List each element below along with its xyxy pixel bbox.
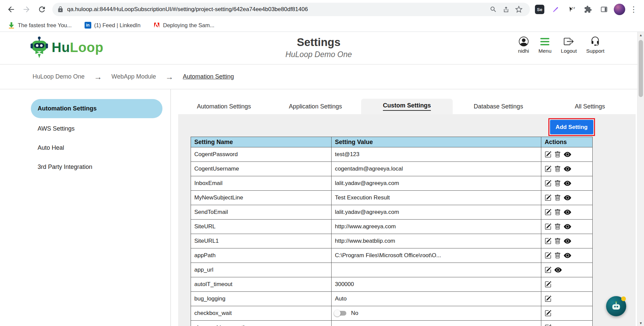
user-label: nidhi <box>518 48 529 54</box>
side-panel-icon[interactable] <box>598 3 610 16</box>
selenium-icon-label: Se <box>535 5 544 14</box>
setting-name-cell: autoIT_timeout <box>191 277 332 292</box>
view-icon[interactable] <box>564 237 571 245</box>
toggle-switch[interactable] <box>335 311 346 316</box>
extension-pen-icon[interactable] <box>549 3 562 16</box>
bookmark-item-adobe[interactable]: Deploying the Sam... <box>153 22 214 29</box>
user-button[interactable]: nidhi <box>518 37 529 54</box>
column-header-actions: Actions <box>541 137 593 147</box>
bookmarks-bar: The fastest free You... in (1) Feed | Li… <box>0 19 644 32</box>
edit-icon[interactable] <box>545 281 551 288</box>
delete-icon[interactable] <box>554 252 561 259</box>
edit-icon[interactable] <box>545 310 551 317</box>
logout-button[interactable]: Logout <box>561 37 577 54</box>
scrollbar-thumb[interactable] <box>639 40 643 97</box>
bookmark-star-icon[interactable] <box>512 3 525 16</box>
table-row: checkbox_waitNo <box>191 306 593 321</box>
tab-label: Custom Settings <box>383 102 431 111</box>
tab-application-settings[interactable]: Application Settings <box>270 99 361 114</box>
settings-sidebar: Automation Settings AWS Settings Auto He… <box>0 89 170 326</box>
tab-database-settings[interactable]: Database Settings <box>453 99 544 114</box>
linkedin-favicon: in <box>85 22 91 29</box>
delete-icon[interactable] <box>554 224 561 230</box>
menu-button[interactable]: Menu <box>539 37 552 54</box>
actions-cell <box>541 321 593 326</box>
delete-icon[interactable] <box>554 180 561 187</box>
edit-icon[interactable] <box>545 151 551 158</box>
table-row: CogentUsernamecogentadm@agreeya.local <box>191 162 593 176</box>
tab-custom-settings[interactable]: Custom Settings <box>361 99 453 114</box>
table-row: SiteURLhttp://www.agreeya.com <box>191 220 593 234</box>
breadcrumb: HuLoop Demo One → WebApp Module → Automa… <box>0 64 644 89</box>
bookmark-item-downloader[interactable]: The fastest free You... <box>8 22 72 29</box>
view-icon[interactable] <box>564 165 571 173</box>
table-header-row: Setting Name Setting Value Actions <box>191 137 593 147</box>
edit-icon[interactable] <box>545 267 551 273</box>
extensions-puzzle-icon[interactable] <box>582 3 594 16</box>
profile-avatar[interactable] <box>614 4 625 15</box>
browser-reload-button[interactable] <box>34 2 50 17</box>
zoom-icon[interactable] <box>487 3 500 16</box>
browser-toolbar: qa.huloop.ai:8444/HuLoopSubscriptionUI/#… <box>0 0 644 19</box>
view-icon[interactable] <box>564 223 571 230</box>
browser-forward-button[interactable] <box>19 2 34 17</box>
view-icon[interactable] <box>554 266 562 274</box>
setting-name-cell: app_url <box>191 263 332 277</box>
custom-settings-panel: Add Setting Setting Name Setting Value A… <box>178 114 636 326</box>
breadcrumb-module: WebApp Module <box>111 73 156 80</box>
delete-icon[interactable] <box>554 195 561 201</box>
view-icon[interactable] <box>564 151 571 158</box>
edit-icon[interactable] <box>545 252 551 259</box>
browser-back-button[interactable] <box>3 2 19 17</box>
setting-value-cell: http://www.agreeya.com <box>332 220 541 234</box>
actions-cell <box>541 234 593 248</box>
sidebar-item-3rd-party-integration[interactable]: 3rd Party Integration <box>31 158 162 176</box>
extension-cursor-icon[interactable]: x,y <box>565 3 578 16</box>
bookmark-item-linkedin[interactable]: in (1) Feed | LinkedIn <box>85 22 141 29</box>
actions-cell <box>541 205 593 220</box>
delete-icon[interactable] <box>554 209 561 216</box>
view-icon[interactable] <box>564 252 571 259</box>
tab-automation-settings[interactable]: Automation Settings <box>178 99 270 114</box>
delete-icon[interactable] <box>554 166 561 172</box>
sidebar-item-auto-heal[interactable]: Auto Heal <box>31 139 162 156</box>
edit-icon[interactable] <box>545 295 551 302</box>
scroll-down-button[interactable]: ▼ <box>638 320 644 326</box>
delete-icon[interactable] <box>554 151 561 158</box>
menu-icon <box>540 37 549 46</box>
edit-icon[interactable] <box>545 324 551 326</box>
setting-value-cell: lalit.yadav@agreeya.com <box>332 176 541 191</box>
share-icon[interactable] <box>500 3 512 16</box>
view-icon[interactable] <box>564 194 571 201</box>
actions-cell <box>541 263 593 277</box>
edit-icon[interactable] <box>545 166 551 172</box>
support-icon <box>590 37 600 46</box>
bookmark-label: (1) Feed | LinkedIn <box>94 22 141 29</box>
view-icon[interactable] <box>564 208 571 216</box>
user-icon <box>519 37 529 46</box>
setting-value-cell: No <box>332 306 541 321</box>
scroll-up-button[interactable]: ▲ <box>638 32 644 38</box>
chat-bot-button[interactable] <box>606 296 626 316</box>
edit-icon[interactable] <box>545 238 551 244</box>
support-button[interactable]: Support <box>586 37 604 54</box>
sidebar-item-aws-settings[interactable]: AWS Settings <box>31 120 162 137</box>
extensions-area: Se x,y ⋮ <box>533 3 641 16</box>
edit-icon[interactable] <box>545 223 551 230</box>
breadcrumb-current-link[interactable]: Automation Setting <box>183 73 234 80</box>
delete-icon[interactable] <box>554 238 561 244</box>
add-setting-button[interactable]: Add Setting <box>550 120 593 134</box>
tab-all-settings[interactable]: All Settings <box>544 99 636 114</box>
extension-selenium-icon[interactable]: Se <box>533 3 546 16</box>
browser-menu-icon[interactable]: ⋮ <box>629 5 639 14</box>
setting-name-cell: SiteURL1 <box>191 234 332 248</box>
sidebar-item-automation-settings[interactable]: Automation Settings <box>31 99 162 118</box>
edit-icon[interactable] <box>545 180 551 187</box>
actions-cell <box>541 248 593 263</box>
forward-arrow-icon <box>22 5 31 14</box>
edit-icon[interactable] <box>545 209 551 216</box>
edit-icon[interactable] <box>545 194 551 201</box>
view-icon[interactable] <box>564 180 571 187</box>
address-bar[interactable]: qa.huloop.ai:8444/HuLoopSubscriptionUI/#… <box>52 3 530 16</box>
app-header: HuLoop Settings HuLoop Demo One nidhi Me… <box>0 32 644 64</box>
